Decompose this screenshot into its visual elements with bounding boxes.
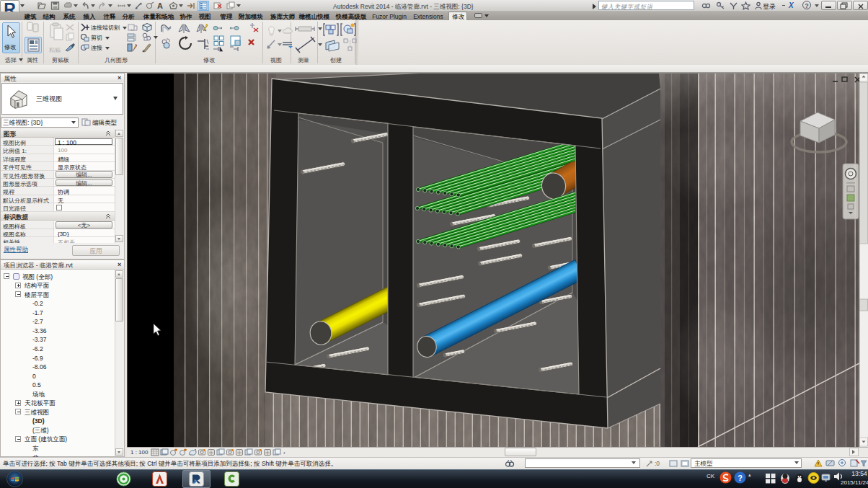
svg-text:?: ? <box>738 474 743 482</box>
